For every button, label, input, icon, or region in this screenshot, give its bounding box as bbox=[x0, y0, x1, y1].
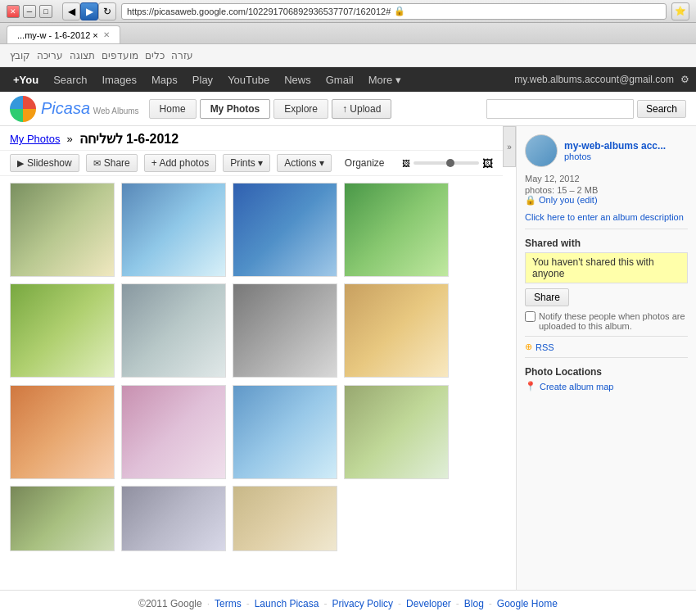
create-map-link[interactable]: 📍 Create album map bbox=[525, 381, 688, 392]
navbar-images[interactable]: Images bbox=[95, 67, 143, 92]
notify-checkbox[interactable] bbox=[525, 311, 536, 322]
topbar-file[interactable]: קובץ bbox=[10, 50, 30, 61]
size-small-icon: 🖼 bbox=[402, 159, 410, 168]
active-tab[interactable]: ...my-w - 1-6-2012 × ✕ bbox=[7, 25, 120, 43]
photo-thumb[interactable] bbox=[344, 183, 449, 277]
browser-titlebar: ✕ ─ □ ◀ ▶ ↻ https://picasaweb.google.com… bbox=[0, 0, 696, 23]
share-button[interactable]: ✉ Share bbox=[86, 154, 138, 172]
close-button[interactable]: ✕ bbox=[7, 5, 20, 18]
navbar-search[interactable]: Search bbox=[47, 67, 93, 92]
photo-thumb[interactable] bbox=[10, 486, 115, 551]
profile-sub[interactable]: photos bbox=[564, 152, 666, 161]
photo-thumb[interactable] bbox=[233, 183, 337, 277]
notify-text: Notify these people when photos are uplo… bbox=[539, 311, 688, 331]
google-topbar: עזרה כלים מועדפים תצוגה עריכה קובץ bbox=[0, 44, 696, 67]
picasa-logo-icon bbox=[10, 96, 36, 122]
minimize-button[interactable]: ─ bbox=[23, 5, 36, 18]
topbar-help[interactable]: עזרה bbox=[171, 50, 193, 61]
photo-thumb[interactable] bbox=[233, 283, 337, 378]
topbar-edit[interactable]: עריכה bbox=[37, 50, 63, 61]
photo-thumb[interactable] bbox=[121, 283, 226, 378]
prints-button[interactable]: Prints ▾ bbox=[223, 154, 270, 172]
sidebar-divider-2 bbox=[525, 336, 688, 337]
footer-blog[interactable]: Blog bbox=[464, 598, 484, 609]
sidebar-lock[interactable]: 🔒 Only you (edit) bbox=[525, 195, 688, 206]
photo-thumb[interactable] bbox=[121, 385, 226, 479]
upload-button[interactable]: ↑ Upload bbox=[332, 99, 391, 119]
topbar-favorites[interactable]: מועדפים bbox=[102, 50, 138, 61]
map-icon: 📍 bbox=[525, 381, 536, 392]
footer-terms[interactable]: Terms bbox=[215, 598, 242, 609]
notify-checkbox-row[interactable]: Notify these people when photos are uplo… bbox=[525, 311, 688, 331]
refresh-button[interactable]: ↻ bbox=[98, 2, 116, 20]
actions-label: Actions ▾ bbox=[284, 157, 324, 169]
navbar-plus[interactable]: +You bbox=[7, 67, 45, 92]
album-header: My Photos » 1-6-2012 לשליחה bbox=[0, 126, 503, 151]
photo-thumb[interactable] bbox=[121, 183, 226, 277]
photo-thumb[interactable] bbox=[10, 183, 115, 277]
navbar-youtube[interactable]: YouTube bbox=[221, 67, 276, 92]
navbar-play[interactable]: Play bbox=[186, 67, 219, 92]
profile-name[interactable]: my-web-albums acc... bbox=[564, 140, 666, 152]
window-controls[interactable]: ✕ ─ □ bbox=[7, 5, 52, 18]
main-area: My Photos » 1-6-2012 לשליחה ▶ Slideshow … bbox=[0, 126, 696, 590]
url-text: https://picasaweb.google.com/10229170689… bbox=[127, 7, 391, 16]
topbar-view[interactable]: תצוגה bbox=[70, 50, 95, 61]
sidebar-description-link[interactable]: Click here to enter an album description bbox=[525, 212, 688, 222]
photo-thumb[interactable] bbox=[344, 385, 449, 479]
header-search: Search bbox=[486, 99, 686, 119]
picasa-logo-sub: Web Albums bbox=[93, 106, 139, 116]
album-title: 1-6-2012 לשליחה bbox=[79, 131, 179, 147]
organize-button[interactable]: Organize bbox=[338, 155, 391, 171]
footer-privacy[interactable]: Privacy Policy bbox=[332, 598, 393, 609]
rss-icon: ⊕ bbox=[525, 342, 532, 352]
nav-my-photos[interactable]: My Photos bbox=[200, 99, 271, 119]
size-slider[interactable]: 🖼 🖼 bbox=[402, 157, 493, 170]
actions-button[interactable]: Actions ▾ bbox=[277, 154, 332, 172]
copyright: ©2011 Google bbox=[138, 598, 202, 609]
footer-launch-picasa[interactable]: Launch Picasa bbox=[255, 598, 319, 609]
tab-title: ...my-w - 1-6-2012 × bbox=[17, 30, 98, 40]
share-icon: ✉ bbox=[93, 158, 101, 169]
photo-thumb[interactable] bbox=[233, 385, 337, 479]
photo-thumb[interactable] bbox=[10, 385, 115, 479]
sharing-notice: You haven't shared this with anyone bbox=[525, 252, 688, 283]
rss-link[interactable]: ⊕ RSS bbox=[525, 342, 688, 352]
search-button[interactable]: ⭐ bbox=[671, 2, 689, 20]
share-sidebar-button[interactable]: Share bbox=[525, 288, 569, 306]
photo-thumb[interactable] bbox=[344, 283, 449, 378]
search-button[interactable]: Search bbox=[637, 100, 686, 118]
gear-icon[interactable]: ⚙ bbox=[680, 74, 689, 85]
add-photos-label: + Add photos bbox=[151, 157, 209, 169]
nav-home[interactable]: Home bbox=[149, 99, 197, 119]
navbar-news[interactable]: News bbox=[278, 67, 318, 92]
footer-google-home[interactable]: Google Home bbox=[497, 598, 558, 609]
nav-explore[interactable]: Explore bbox=[273, 99, 328, 119]
sidebar-divider bbox=[525, 229, 688, 229]
breadcrumb[interactable]: My Photos bbox=[10, 133, 60, 145]
navbar-more[interactable]: More ▾ bbox=[362, 67, 408, 92]
slideshow-button[interactable]: ▶ Slideshow bbox=[10, 154, 79, 172]
sidebar-divider-3 bbox=[525, 357, 688, 358]
tab-close-icon[interactable]: ✕ bbox=[103, 30, 110, 39]
slider-thumb[interactable] bbox=[446, 159, 454, 167]
footer-developer[interactable]: Developer bbox=[406, 598, 451, 609]
address-bar[interactable]: https://picasaweb.google.com/10229170689… bbox=[121, 3, 667, 20]
back-button[interactable]: ◀ bbox=[62, 2, 80, 20]
topbar-tools[interactable]: כלים bbox=[145, 50, 165, 61]
photo-thumb[interactable] bbox=[10, 283, 115, 378]
add-photos-button[interactable]: + Add photos bbox=[144, 154, 216, 172]
photo-thumb[interactable] bbox=[233, 486, 337, 551]
maximize-button[interactable]: □ bbox=[39, 5, 52, 18]
size-large-icon: 🖼 bbox=[482, 157, 493, 170]
content-panel: My Photos » 1-6-2012 לשליחה ▶ Slideshow … bbox=[0, 126, 503, 590]
slideshow-label: Slideshow bbox=[27, 157, 72, 169]
forward-button[interactable]: ▶ bbox=[80, 2, 98, 20]
sidebar-collapse-button[interactable]: » bbox=[503, 126, 516, 167]
slider-track[interactable] bbox=[414, 161, 479, 165]
navbar-maps[interactable]: Maps bbox=[145, 67, 184, 92]
navbar-gmail[interactable]: Gmail bbox=[319, 67, 360, 92]
search-input[interactable] bbox=[486, 99, 634, 119]
navbar-right: my.web.albums.account@gmail.com ⚙ bbox=[514, 74, 689, 85]
photo-thumb[interactable] bbox=[121, 486, 226, 551]
